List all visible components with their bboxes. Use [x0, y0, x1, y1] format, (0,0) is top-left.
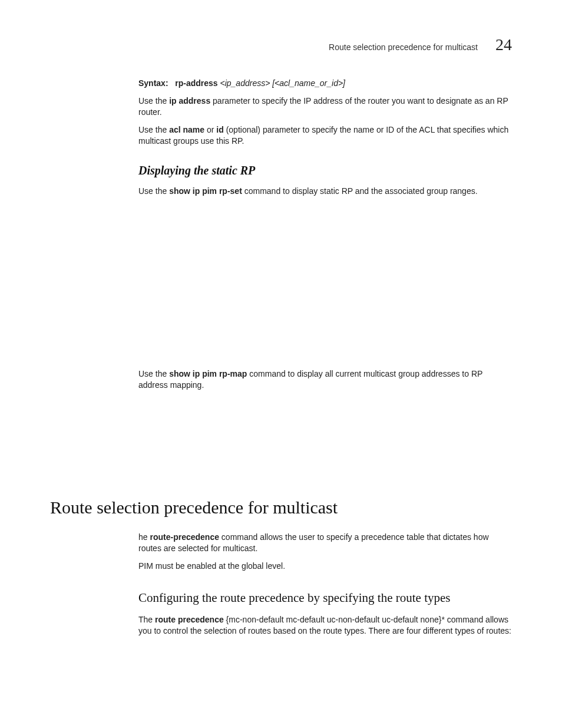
spacer: [138, 397, 512, 498]
syntax-args: <ip_address> [<acl_name_or_id>]: [220, 78, 345, 88]
syntax-label: Syntax:: [138, 78, 168, 88]
syntax-command: rp-address: [175, 78, 217, 88]
spacer: [138, 203, 512, 368]
page-header: Route selection precedence for multicast…: [50, 35, 512, 54]
section-heading-container: Route selection precedence for multicast: [50, 498, 512, 518]
body-content: Syntax: rp-address <ip_address> [<acl_na…: [138, 78, 512, 498]
body-content-2: he route-precedence command allows the u…: [138, 532, 512, 637]
paragraph-route-types: The route precedence {mc-non-default mc-…: [138, 614, 512, 637]
header-title: Route selection precedence for multicast: [329, 42, 478, 52]
heading-displaying-static-rp: Displaying the static RP: [138, 164, 512, 177]
heading-route-selection: Route selection precedence for multicast: [50, 498, 512, 518]
paragraph-ip-address: Use the ip address parameter to specify …: [138, 95, 512, 118]
paragraph-rp-map: Use the show ip pim rp-map command to di…: [138, 368, 512, 391]
document-page: Route selection precedence for multicast…: [0, 0, 562, 728]
paragraph-pim-enabled: PIM must be enabled at the global level.: [138, 561, 512, 572]
heading-configuring-route-precedence: Configuring the route precedence by spec…: [138, 590, 512, 606]
chapter-number: 24: [495, 35, 512, 54]
paragraph-acl: Use the acl name or id (optional) parame…: [138, 124, 512, 147]
syntax-line: Syntax: rp-address <ip_address> [<acl_na…: [138, 78, 512, 90]
paragraph-rp-set: Use the show ip pim rp-set command to di…: [138, 186, 512, 197]
paragraph-route-precedence: he route-precedence command allows the u…: [138, 532, 512, 555]
